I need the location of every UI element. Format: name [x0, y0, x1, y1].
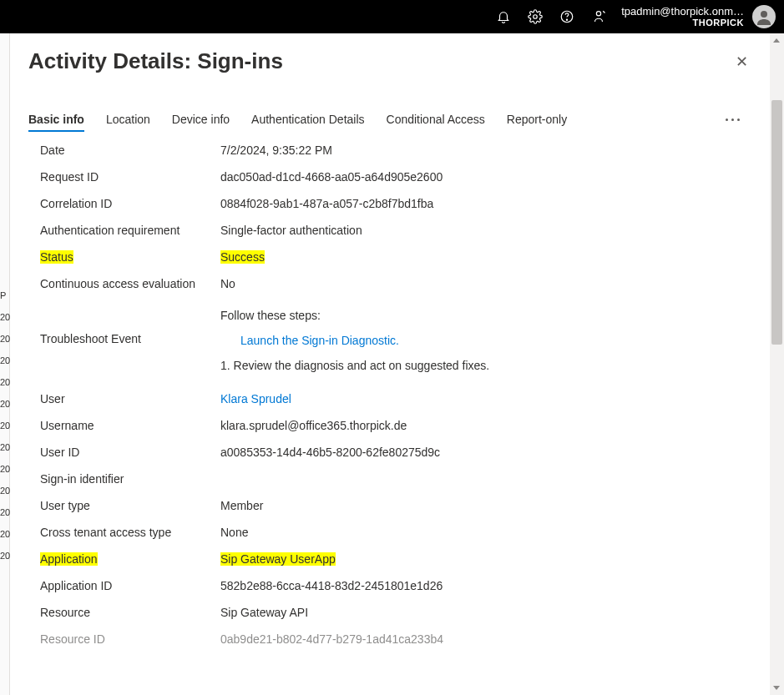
- avatar[interactable]: [752, 5, 776, 28]
- close-button[interactable]: ✕: [732, 49, 751, 74]
- scrollbar-thumb[interactable]: [771, 100, 782, 345]
- value-resource: Sip Gateway API: [220, 606, 751, 619]
- panel-title: Activity Details: Sign-ins: [28, 48, 732, 74]
- left-num: 20: [0, 355, 9, 365]
- label-status: Status: [40, 250, 220, 264]
- label-application-id: Application ID: [40, 579, 220, 592]
- troubleshoot-step-1: 1. Review the diagnosis and act on sugge…: [220, 359, 751, 372]
- troubleshoot-header: Follow these steps:: [220, 309, 321, 322]
- left-num: 20: [0, 464, 9, 474]
- label-date: Date: [40, 144, 220, 157]
- left-num: 20: [0, 334, 9, 344]
- value-resource-id: 0ab9de21-b802-4d77-b279-1ad41ca233b4: [220, 632, 751, 646]
- details-panel: Activity Details: Sign-ins ✕ Basic info …: [10, 33, 770, 695]
- value-cross-tenant: None: [220, 526, 751, 539]
- user-tenant: THORPICK: [621, 18, 744, 28]
- left-num: 20: [0, 507, 9, 517]
- label-troubleshoot: Troubleshoot Event: [40, 309, 220, 345]
- left-fragment: P 20 20 20 20 20 20 20 20 20 20 20 20: [0, 33, 10, 695]
- user-email: tpadmin@thorpick.onm…: [621, 6, 744, 18]
- label-resource: Resource: [40, 606, 220, 619]
- tab-auth-details[interactable]: Authentication Details: [251, 108, 364, 131]
- value-request-id: dac050ad-d1cd-4668-aa05-a64d905e2600: [220, 170, 751, 184]
- value-correlation-id: 0884f028-9ab1-487a-a057-c2b8f7bd1fba: [220, 197, 751, 210]
- svg-point-0: [534, 15, 538, 19]
- value-cae: No: [220, 277, 751, 290]
- left-num: 20: [0, 421, 9, 431]
- label-auth-requirement: Authentication requirement: [40, 224, 220, 237]
- tab-overflow-button[interactable]: [721, 115, 745, 124]
- value-user-type: Member: [220, 499, 751, 512]
- value-application: Sip Gateway UserApp: [220, 552, 751, 566]
- label-cross-tenant: Cross tenant access type: [40, 526, 220, 539]
- label-application: Application: [40, 552, 220, 566]
- vertical-scrollbar[interactable]: [770, 33, 784, 695]
- left-num: 20: [0, 551, 9, 561]
- label-user-id: User ID: [40, 446, 220, 459]
- value-user-link[interactable]: Klara Sprudel: [220, 392, 751, 405]
- label-correlation-id: Correlation ID: [40, 197, 220, 210]
- user-block[interactable]: tpadmin@thorpick.onm… THORPICK: [621, 6, 744, 28]
- feedback-icon[interactable]: [583, 0, 615, 33]
- details-list: Date 7/2/2024, 9:35:22 PM Request ID dac…: [28, 144, 751, 646]
- svg-point-4: [761, 11, 767, 18]
- label-resource-id: Resource ID: [40, 632, 220, 646]
- value-date: 7/2/2024, 9:35:22 PM: [220, 144, 751, 157]
- help-icon[interactable]: [551, 0, 583, 33]
- tab-report-only[interactable]: Report-only: [507, 108, 567, 131]
- settings-icon[interactable]: [519, 0, 551, 33]
- tab-basic-info[interactable]: Basic info: [28, 108, 84, 131]
- tab-device-info[interactable]: Device info: [172, 108, 230, 131]
- value-status: Success: [220, 250, 751, 264]
- tab-conditional-access[interactable]: Conditional Access: [387, 108, 485, 131]
- label-request-id: Request ID: [40, 170, 220, 184]
- value-username: klara.sprudel@office365.thorpick.de: [220, 419, 751, 432]
- svg-point-3: [597, 12, 601, 16]
- left-num: 20: [0, 399, 9, 409]
- left-num: 20: [0, 486, 9, 496]
- label-user-type: User type: [40, 499, 220, 512]
- topbar: tpadmin@thorpick.onm… THORPICK: [0, 0, 784, 33]
- launch-diagnostic-link[interactable]: Launch the Sign-in Diagnostic.: [240, 334, 751, 347]
- left-num: 20: [0, 529, 9, 539]
- value-auth-requirement: Single-factor authentication: [220, 224, 751, 237]
- tab-location[interactable]: Location: [106, 108, 150, 131]
- left-num: 20: [0, 312, 9, 322]
- svg-point-2: [567, 19, 568, 20]
- left-num: 20: [0, 377, 9, 387]
- value-user-id: a0085353-14d4-46b5-8200-62fe80275d9c: [220, 446, 751, 459]
- label-cae: Continuous access evaluation: [40, 277, 220, 290]
- value-application-id: 582b2e88-6cca-4418-83d2-2451801e1d26: [220, 579, 751, 592]
- left-num: 20: [0, 442, 9, 452]
- left-num: P: [0, 290, 9, 300]
- label-signin-identifier: Sign-in identifier: [40, 472, 220, 486]
- label-username: Username: [40, 419, 220, 432]
- tabs: Basic info Location Device info Authenti…: [28, 108, 751, 132]
- value-troubleshoot: Follow these steps: Launch the Sign-in D…: [220, 309, 751, 372]
- notifications-icon[interactable]: [488, 0, 519, 33]
- label-user: User: [40, 392, 220, 405]
